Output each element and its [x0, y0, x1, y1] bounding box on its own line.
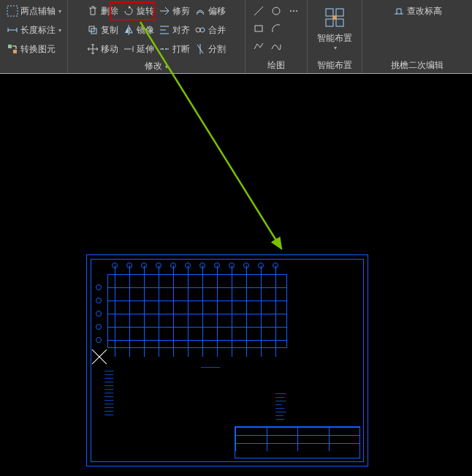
floorplan: // placeholder so browser doesn't choke … [99, 265, 296, 357]
trim-icon [159, 5, 170, 17]
check-elev-button[interactable]: 查改标高 [392, 3, 444, 19]
dots-icon [288, 5, 300, 17]
smart-layout-icon [323, 6, 346, 29]
label: 镜像 [137, 24, 154, 37]
group-draw: 绘图 [245, 0, 308, 73]
copy-button[interactable]: 复制 [85, 22, 120, 38]
svg-point-8 [165, 48, 167, 50]
svg-rect-14 [326, 9, 333, 16]
more-draw-tool[interactable] [286, 3, 302, 19]
spline-tool[interactable] [268, 38, 284, 54]
svg-point-10 [290, 10, 292, 12]
group-label: 智能布置 [312, 56, 357, 72]
extend-icon [123, 43, 134, 55]
group-smart: 智能布置 ▾ 智能布置 [308, 0, 362, 73]
extend-button[interactable]: 延伸 [121, 41, 156, 57]
chevron-down-icon: ▾ [58, 27, 61, 34]
length-dim-button[interactable]: 长度标注 ▾ [5, 22, 63, 38]
drawing-canvas[interactable]: // placeholder so browser doesn't choke … [0, 74, 472, 476]
label: 查改标高 [407, 5, 442, 18]
svg-rect-0 [7, 6, 18, 16]
group-label: 修改 ▾ [72, 57, 240, 72]
offset-button[interactable]: 偏移 [193, 3, 227, 19]
label: 修剪 [172, 5, 190, 18]
chevron-down-icon: ▾ [334, 45, 337, 51]
line-tool[interactable] [251, 3, 267, 19]
split-icon [194, 43, 206, 55]
svg-rect-13 [255, 26, 262, 31]
svg-point-5 [196, 28, 200, 32]
polyline-tool[interactable] [251, 38, 267, 54]
group-label: 绘图 [250, 56, 302, 72]
group-aux: 两点辅轴 ▾ 长度标注 ▾ 转换图元 [0, 0, 68, 73]
label: 打断 [172, 43, 190, 56]
svg-point-6 [200, 28, 205, 32]
group-label [4, 69, 63, 72]
group-label-text: 修改 [145, 61, 162, 71]
align-icon [159, 24, 170, 36]
trash-icon [87, 5, 99, 17]
dimension-icon [7, 24, 18, 36]
circle-tool[interactable] [268, 3, 284, 19]
convert-elem-button[interactable]: 转换图元 [5, 41, 63, 57]
group-modify: 删除 旋转 修剪 偏移 [68, 0, 245, 73]
svg-rect-15 [336, 9, 343, 16]
circle-icon [270, 5, 282, 17]
align-button[interactable]: 对齐 [157, 22, 191, 38]
group-label: 挑檐二次编辑 [367, 56, 468, 72]
label: 转换图元 [20, 43, 56, 56]
label: 长度标注 [20, 24, 56, 37]
line-icon [253, 5, 264, 17]
label: 偏移 [208, 5, 226, 18]
split-button[interactable]: 分割 [193, 41, 227, 57]
convert-icon [7, 43, 18, 55]
offset-icon [194, 5, 206, 17]
axis-icon [7, 5, 18, 17]
merge-button[interactable]: 合并 [193, 22, 227, 38]
two-point-axis-button[interactable]: 两点辅轴 ▾ [5, 3, 63, 19]
svg-point-7 [162, 48, 164, 50]
smart-layout-button[interactable]: 智能布置 ▾ [313, 3, 357, 54]
label: 智能布置 [317, 32, 352, 45]
trim-button[interactable]: 修剪 [157, 3, 191, 19]
elevation-icon [393, 5, 405, 17]
rect-tool[interactable] [251, 20, 267, 37]
group-pick-edit: 查改标高 挑檐二次编辑 [362, 0, 472, 73]
drawing-border: // placeholder so browser doesn't choke … [91, 259, 364, 462]
rotate-icon [123, 5, 134, 17]
rect-icon [253, 23, 264, 34]
break-icon [159, 43, 170, 55]
merge-icon [194, 24, 206, 36]
move-button[interactable]: 移动 [85, 41, 120, 57]
arc-tool[interactable] [268, 20, 284, 37]
drawing-sheet: // placeholder so browser doesn't choke … [86, 254, 368, 466]
ribbon: 两点辅轴 ▾ 长度标注 ▾ 转换图元 [0, 0, 472, 74]
svg-rect-1 [8, 45, 12, 48]
chevron-down-icon: ▾ [165, 64, 168, 70]
svg-point-11 [293, 10, 294, 12]
notes-right: ━━━━━━━━━━━━━━━━━━━━━━━━━━━━━━━━━━━━━━━━… [275, 392, 319, 421]
label: 旋转 [137, 5, 154, 18]
chevron-down-icon: ▾ [58, 8, 61, 15]
svg-rect-17 [336, 19, 343, 26]
copy-icon [87, 24, 99, 36]
label: 删除 [101, 5, 118, 18]
label: 移动 [101, 43, 118, 56]
arc-icon [270, 23, 282, 34]
mirror-icon [123, 24, 134, 36]
svg-point-9 [273, 7, 280, 15]
break-button[interactable]: 打断 [157, 41, 191, 57]
rotate-button[interactable]: 旋转 [121, 3, 156, 19]
polyline-icon [253, 40, 264, 52]
move-icon [87, 43, 99, 55]
label: 对齐 [172, 24, 190, 37]
label: 合并 [208, 24, 226, 37]
svg-rect-2 [13, 50, 17, 53]
mirror-button[interactable]: 镜像 [121, 22, 156, 38]
spline-icon [270, 40, 282, 52]
label: 两点辅轴 [20, 5, 56, 18]
delete-button[interactable]: 删除 [85, 3, 120, 19]
svg-point-18 [332, 15, 337, 20]
label: 复制 [101, 24, 118, 37]
label: 分割 [208, 43, 226, 56]
